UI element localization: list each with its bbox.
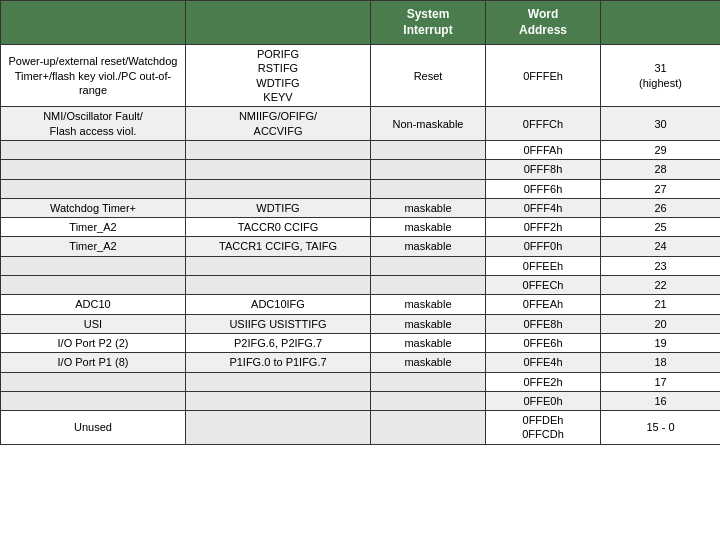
cell-flag bbox=[186, 372, 371, 391]
header-system: SystemInterrupt bbox=[371, 1, 486, 45]
cell-system: maskable bbox=[371, 218, 486, 237]
cell-source: Timer_A2 bbox=[1, 237, 186, 256]
cell-flag: PORIFGRSTIFGWDTIFGKEYV bbox=[186, 45, 371, 107]
cell-word-address: 0FFFCh bbox=[486, 107, 601, 141]
cell-word-address: 0FFDEh0FFCDh bbox=[486, 411, 601, 445]
cell-flag bbox=[186, 140, 371, 159]
cell-word-address: 0FFF8h bbox=[486, 160, 601, 179]
cell-priority: 27 bbox=[601, 179, 721, 198]
cell-word-address: 0FFF6h bbox=[486, 179, 601, 198]
cell-source: Unused bbox=[1, 411, 186, 445]
cell-flag: P2IFG.6, P2IFG.7 bbox=[186, 333, 371, 352]
cell-flag: TACCR1 CCIFG, TAIFG bbox=[186, 237, 371, 256]
table-row: I/O Port P2 (2)P2IFG.6, P2IFG.7maskable0… bbox=[1, 333, 721, 352]
table-row: Timer_A2TACCR1 CCIFG, TAIFGmaskable0FFF0… bbox=[1, 237, 721, 256]
cell-system: maskable bbox=[371, 353, 486, 372]
cell-word-address: 0FFE2h bbox=[486, 372, 601, 391]
cell-system: maskable bbox=[371, 314, 486, 333]
cell-word-address: 0FFFEh bbox=[486, 45, 601, 107]
table-row: 0FFFAh29 bbox=[1, 140, 721, 159]
cell-flag bbox=[186, 256, 371, 275]
cell-source bbox=[1, 256, 186, 275]
cell-priority: 18 bbox=[601, 353, 721, 372]
cell-flag bbox=[186, 276, 371, 295]
cell-word-address: 0FFECh bbox=[486, 276, 601, 295]
cell-source bbox=[1, 179, 186, 198]
cell-word-address: 0FFF2h bbox=[486, 218, 601, 237]
cell-priority: 17 bbox=[601, 372, 721, 391]
cell-priority: 16 bbox=[601, 391, 721, 410]
cell-source bbox=[1, 160, 186, 179]
cell-system bbox=[371, 179, 486, 198]
cell-priority: 30 bbox=[601, 107, 721, 141]
cell-source: I/O Port P2 (2) bbox=[1, 333, 186, 352]
cell-system bbox=[371, 372, 486, 391]
table-row: USIUSIIFG USISTTIFGmaskable0FFE8h20 bbox=[1, 314, 721, 333]
cell-system bbox=[371, 411, 486, 445]
cell-flag bbox=[186, 160, 371, 179]
cell-word-address: 0FFFAh bbox=[486, 140, 601, 159]
cell-source bbox=[1, 276, 186, 295]
header-source bbox=[1, 1, 186, 45]
cell-flag: TACCR0 CCIFG bbox=[186, 218, 371, 237]
cell-flag bbox=[186, 179, 371, 198]
cell-system bbox=[371, 256, 486, 275]
table-row: 0FFE0h16 bbox=[1, 391, 721, 410]
cell-flag: P1IFG.0 to P1IFG.7 bbox=[186, 353, 371, 372]
table-row: 0FFE2h17 bbox=[1, 372, 721, 391]
cell-priority: 15 - 0 bbox=[601, 411, 721, 445]
cell-system bbox=[371, 391, 486, 410]
cell-source: Watchdog Timer+ bbox=[1, 198, 186, 217]
cell-source: I/O Port P1 (8) bbox=[1, 353, 186, 372]
cell-priority: 31(highest) bbox=[601, 45, 721, 107]
cell-priority: 25 bbox=[601, 218, 721, 237]
cell-word-address: 0FFEEh bbox=[486, 256, 601, 275]
cell-system bbox=[371, 160, 486, 179]
table-row: 0FFEEh23 bbox=[1, 256, 721, 275]
cell-source: Timer_A2 bbox=[1, 218, 186, 237]
header-priority bbox=[601, 1, 721, 45]
cell-system bbox=[371, 140, 486, 159]
table-row: I/O Port P1 (8)P1IFG.0 to P1IFG.7maskabl… bbox=[1, 353, 721, 372]
table-row: NMI/Oscillator Fault/Flash access viol.N… bbox=[1, 107, 721, 141]
cell-source bbox=[1, 372, 186, 391]
cell-priority: 26 bbox=[601, 198, 721, 217]
cell-source bbox=[1, 140, 186, 159]
cell-source: ADC10 bbox=[1, 295, 186, 314]
cell-word-address: 0FFF0h bbox=[486, 237, 601, 256]
table-row: Unused0FFDEh0FFCDh15 - 0 bbox=[1, 411, 721, 445]
cell-flag: ADC10IFG bbox=[186, 295, 371, 314]
cell-flag bbox=[186, 411, 371, 445]
table-row: 0FFF6h27 bbox=[1, 179, 721, 198]
cell-priority: 21 bbox=[601, 295, 721, 314]
table-row: ADC10ADC10IFGmaskable0FFEAh21 bbox=[1, 295, 721, 314]
header-flag bbox=[186, 1, 371, 45]
cell-flag: WDTIFG bbox=[186, 198, 371, 217]
cell-priority: 24 bbox=[601, 237, 721, 256]
cell-word-address: 0FFF4h bbox=[486, 198, 601, 217]
cell-flag bbox=[186, 391, 371, 410]
cell-system: maskable bbox=[371, 295, 486, 314]
cell-word-address: 0FFE6h bbox=[486, 333, 601, 352]
cell-word-address: 0FFE0h bbox=[486, 391, 601, 410]
header-word: WordAddress bbox=[486, 1, 601, 45]
cell-priority: 19 bbox=[601, 333, 721, 352]
cell-system: maskable bbox=[371, 198, 486, 217]
cell-word-address: 0FFE4h bbox=[486, 353, 601, 372]
cell-priority: 28 bbox=[601, 160, 721, 179]
cell-system: maskable bbox=[371, 237, 486, 256]
interrupt-table: SystemInterrupt WordAddress Power-up/ext… bbox=[0, 0, 720, 445]
cell-word-address: 0FFEAh bbox=[486, 295, 601, 314]
table-row: 0FFECh22 bbox=[1, 276, 721, 295]
cell-system bbox=[371, 276, 486, 295]
cell-flag: NMIIFG/OFIFG/ACCVIFG bbox=[186, 107, 371, 141]
cell-priority: 23 bbox=[601, 256, 721, 275]
table-row: Watchdog Timer+WDTIFGmaskable0FFF4h26 bbox=[1, 198, 721, 217]
cell-priority: 29 bbox=[601, 140, 721, 159]
cell-source: NMI/Oscillator Fault/Flash access viol. bbox=[1, 107, 186, 141]
table-row: Timer_A2TACCR0 CCIFGmaskable0FFF2h25 bbox=[1, 218, 721, 237]
cell-source bbox=[1, 391, 186, 410]
cell-system: Non-maskable bbox=[371, 107, 486, 141]
cell-system: maskable bbox=[371, 333, 486, 352]
table-row: 0FFF8h28 bbox=[1, 160, 721, 179]
